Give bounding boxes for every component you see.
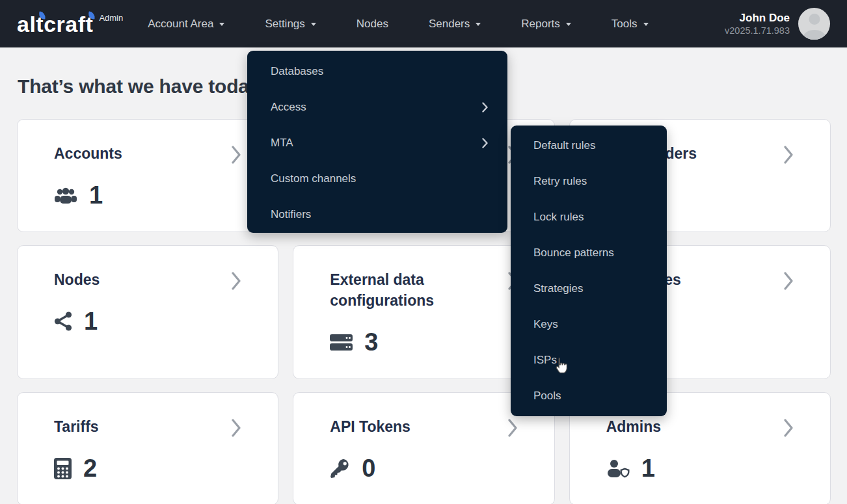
key-icon <box>330 458 350 479</box>
chevron-down-icon <box>643 23 649 26</box>
nav-settings[interactable]: Settings <box>265 18 316 31</box>
share-nodes-icon <box>54 312 72 331</box>
submenu-item-keys[interactable]: Keys <box>511 306 667 342</box>
menu-item-databases[interactable]: Databases <box>247 53 507 89</box>
card-count: 0 <box>362 455 375 483</box>
server-icon <box>330 334 353 351</box>
user-shield-icon <box>606 459 630 478</box>
chevron-right-icon <box>232 272 241 290</box>
chevron-down-icon <box>566 23 571 26</box>
nav-account-area[interactable]: Account Area <box>148 18 224 31</box>
card-title: Admins <box>606 416 661 437</box>
calculator-icon <box>54 458 72 479</box>
card-count: 1 <box>84 308 98 336</box>
chevron-right-icon <box>784 146 794 164</box>
chevron-right-icon <box>482 138 488 148</box>
page-title: That’s what we have today <box>18 75 260 98</box>
chevron-down-icon <box>476 23 481 26</box>
menu-item-custom-channels[interactable]: Custom channels <box>247 161 507 196</box>
card-count: 1 <box>641 455 655 483</box>
card-accounts[interactable]: Accounts 1 <box>17 119 278 232</box>
avatar-silhouette <box>809 14 820 25</box>
card-count: 1 <box>89 181 103 209</box>
card-count: 2 <box>83 455 97 483</box>
card-count: 3 <box>364 328 378 356</box>
submenu-item-isps[interactable]: ISPs <box>511 342 667 378</box>
top-navbar: altcraft Admin Account Area Settings Nod… <box>0 0 847 47</box>
card-title: Tariffs <box>54 416 99 437</box>
altcraft-logo[interactable]: altcraft Admin <box>17 11 123 37</box>
card-title: External data configurations <box>330 269 492 311</box>
card-title: Accounts <box>54 143 122 164</box>
user-block: John Doe v2025.1.71.983 <box>725 8 830 40</box>
main-nav: Account Area Settings Nodes Senders Repo… <box>148 18 648 31</box>
app-version: v2025.1.71.983 <box>725 25 790 37</box>
nav-reports[interactable]: Reports <box>521 18 571 31</box>
submenu-item-default-rules[interactable]: Default rules <box>511 127 667 163</box>
chevron-right-icon <box>784 419 794 437</box>
chevron-down-icon <box>219 23 224 26</box>
submenu-item-retry-rules[interactable]: Retry rules <box>511 163 667 199</box>
card-title: API Tokens <box>330 416 410 437</box>
mta-submenu: Default rules Retry rules Lock rules Bou… <box>511 126 667 416</box>
chevron-right-icon <box>508 419 518 437</box>
submenu-item-lock-rules[interactable]: Lock rules <box>511 199 667 235</box>
chevron-right-icon <box>482 102 488 113</box>
chevron-right-icon <box>232 419 241 437</box>
nav-senders[interactable]: Senders <box>429 18 481 31</box>
card-tariffs[interactable]: Tariffs 2 <box>17 392 278 504</box>
menu-item-access[interactable]: Access <box>247 89 507 125</box>
chevron-down-icon <box>311 23 316 26</box>
card-title: Nodes <box>54 269 100 290</box>
menu-item-mta[interactable]: MTA <box>247 125 507 161</box>
nav-nodes[interactable]: Nodes <box>356 18 388 31</box>
submenu-item-bounce-patterns[interactable]: Bounce patterns <box>511 235 667 271</box>
users-icon <box>54 187 77 204</box>
chevron-right-icon <box>232 146 241 164</box>
submenu-item-pools[interactable]: Pools <box>511 378 667 414</box>
settings-dropdown-menu: Databases Access MTA Custom channels Not… <box>247 51 507 233</box>
admin-badge: Admin <box>99 13 123 23</box>
submenu-item-strategies[interactable]: Strategies <box>511 271 667 306</box>
nav-tools[interactable]: Tools <box>612 18 649 31</box>
avatar[interactable] <box>798 8 830 40</box>
chevron-right-icon <box>784 272 794 290</box>
logo-wordmark: altcraft <box>17 11 93 37</box>
user-name: John Doe <box>725 11 790 25</box>
card-nodes[interactable]: Nodes 1 <box>17 245 278 379</box>
menu-item-notifiers[interactable]: Notifiers <box>247 196 507 232</box>
